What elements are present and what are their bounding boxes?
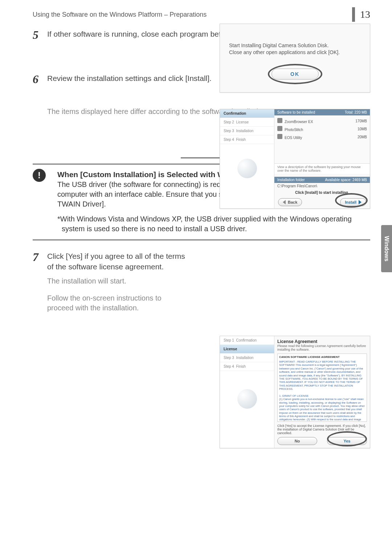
step-number: 6 <box>33 73 47 85</box>
installer-confirm-screenshot: Confirmation Step 2 License Step 3 Insta… <box>220 109 370 209</box>
license-textarea[interactable]: CANON SOFTWARE LICENSE AGREEMENT IMPORTA… <box>277 354 367 422</box>
page-number-bar <box>352 7 355 22</box>
software-list: ZoomBrowser EX170MB PhotoStitch10MB EOS … <box>274 115 370 163</box>
highlight-circle <box>268 64 322 84</box>
install-folder-path: C:\Program Files\Canon\ <box>274 183 370 189</box>
sidebar-step-installation: Step 3 Installation <box>220 354 274 362</box>
arrow-left-icon <box>283 200 286 204</box>
header-title: Using the Software on the Windows Platfo… <box>33 11 207 19</box>
no-button[interactable]: No <box>277 437 317 445</box>
highlight-circle <box>335 193 368 208</box>
app-icon <box>277 118 282 123</box>
license-body2: (1) Canon grants you a non-exclusive lic… <box>279 397 365 422</box>
license-h2: 1. GRANT OF LICENSE <box>279 394 309 397</box>
list-item: EOS Utility20MB <box>277 133 367 141</box>
license-sub: Please read the following License Agreem… <box>277 344 367 351</box>
installer-steps-sidebar: Confirmation Step 2 License Step 3 Insta… <box>220 109 274 208</box>
list-item: PhotoStitch10MB <box>277 125 367 133</box>
list-item: ZoomBrowser EX170MB <box>277 117 367 125</box>
sidebar-step-confirmation: Confirmation <box>220 109 274 118</box>
dialog-ok-screenshot: Start Installing Digital Camera Solution… <box>220 24 370 93</box>
software-desc: View a description of the software by pa… <box>274 163 370 174</box>
sidebar-step-license: Step 2 License <box>220 118 274 127</box>
app-icon <box>277 134 282 139</box>
install-folder-header: Installation folder Available space: 246… <box>274 177 370 183</box>
installer-steps-sidebar: Step 1 Confirmation License Step 3 Insta… <box>220 336 274 448</box>
warning-icon: ! <box>33 169 46 182</box>
side-tab-windows: Windows <box>381 225 392 272</box>
back-button[interactable]: Back <box>278 198 302 206</box>
license-body1: IMPORTANT - READ CAREFULLY BEFORE INSTAL… <box>279 360 363 391</box>
step-7-text: Click [Yes] if you agree to all of the t… <box>47 251 185 272</box>
step-7-note1: The installation will start. <box>47 276 363 286</box>
software-list-total: Total: 220 MB <box>345 110 367 114</box>
sidebar-step-installation: Step 3 Installation <box>220 127 274 135</box>
note-sub: *With Windows Vista and Windows XP, the … <box>57 214 363 234</box>
install-folder-title: Installation folder <box>277 178 305 182</box>
page-number-box: 13 <box>352 7 370 22</box>
license-title: License Agreement <box>277 339 367 344</box>
page-number: 13 <box>360 9 370 20</box>
license-screenshot: Step 1 Confirmation License Step 3 Insta… <box>220 336 370 448</box>
app-icon <box>277 126 282 131</box>
sidebar-step-license: License <box>220 345 274 354</box>
install-folder-space: Available space: 2469 MB <box>325 178 367 182</box>
step-7: 7 Click [Yes] if you agree to all of the… <box>33 251 370 313</box>
sidebar-step-finish: Step 4 Finish <box>220 135 274 144</box>
dialog-line1: Start Installing Digital Camera Solution… <box>229 42 361 49</box>
step-7-note2: Follow the on-screen instructions to pro… <box>47 293 185 313</box>
software-list-title: Software to be installed <box>277 110 315 114</box>
sidebar-step-confirmation: Step 1 Confirmation <box>220 336 274 345</box>
software-list-header: Software to be installed Total: 220 MB <box>274 109 370 115</box>
decorative-sphere <box>237 159 257 178</box>
page-header: Using the Software on the Windows Platfo… <box>33 7 370 22</box>
step-number: 5 <box>33 29 47 41</box>
highlight-circle <box>327 431 367 446</box>
step-number: 7 <box>33 251 47 263</box>
dialog-line2: Close any other open applications and cl… <box>229 49 361 56</box>
license-heading: CANON SOFTWARE LICENSE AGREEMENT <box>279 355 365 359</box>
sidebar-step-finish: Step 4 Finish <box>220 362 274 371</box>
decorative-sphere <box>237 389 257 409</box>
